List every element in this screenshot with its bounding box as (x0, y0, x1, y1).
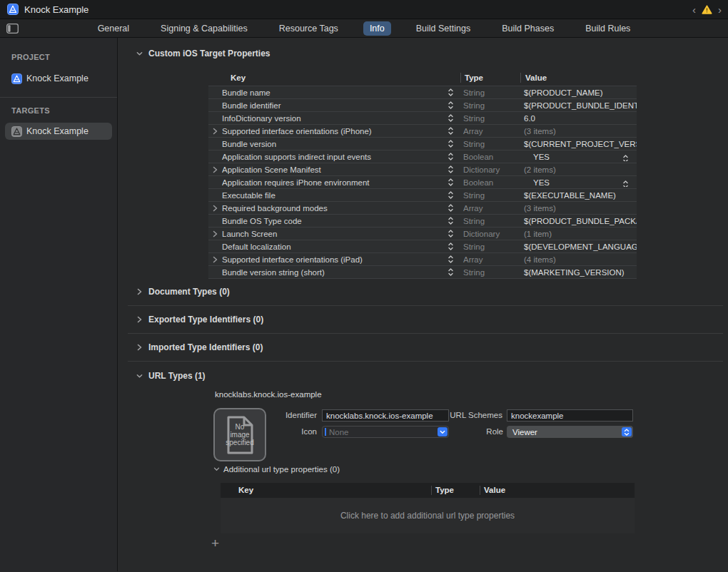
key-stepper-icon[interactable] (447, 178, 463, 187)
url-schemes-input[interactable] (507, 409, 633, 422)
disclosure-chevron-icon[interactable] (208, 128, 222, 135)
row-type[interactable]: Array (463, 255, 524, 264)
plist-row[interactable]: Application supports indirect input even… (208, 150, 637, 163)
plist-row[interactable]: Launch ScreenDictionary(1 item) (208, 227, 637, 240)
row-value[interactable]: (3 items) (524, 204, 637, 213)
row-type[interactable]: String (463, 268, 524, 277)
key-stepper-icon[interactable] (447, 101, 463, 110)
plist-row[interactable]: Bundle OS Type codeString$(PRODUCT_BUNDL… (208, 214, 637, 227)
row-type[interactable]: String (463, 217, 524, 225)
disclosure-chevron-icon[interactable] (208, 205, 222, 212)
tab-build-rules[interactable]: Build Rules (579, 21, 637, 36)
section-document-types-0[interactable]: Document Types (0) (136, 287, 230, 297)
value-stepper-icon[interactable] (622, 180, 629, 187)
chevron-right-icon[interactable] (136, 316, 143, 323)
key-stepper-icon[interactable] (447, 255, 463, 264)
row-type[interactable]: String (463, 114, 524, 123)
plist-row[interactable]: Executable fileString$(EXECUTABLE_NAME) (208, 188, 637, 201)
row-value[interactable]: $(PRODUCT_BUNDLE_IDENT (524, 101, 637, 110)
plist-row[interactable]: Bundle version string (short)String$(MAR… (208, 265, 637, 278)
key-stepper-icon[interactable] (447, 267, 463, 277)
plist-row[interactable]: Application requires iPhone environmentB… (208, 175, 637, 188)
key-stepper-icon[interactable] (447, 242, 463, 251)
add-url-type-button[interactable]: + (211, 536, 219, 550)
tab-general[interactable]: General (91, 21, 136, 36)
row-value[interactable]: (1 item) (524, 230, 637, 238)
section-imported-type-identifiers-0[interactable]: Imported Type Identifiers (0) (136, 342, 263, 352)
tab-info[interactable]: Info (363, 21, 391, 36)
nav-forward-icon[interactable]: › (717, 4, 722, 15)
combobox-dropdown-button[interactable] (438, 427, 448, 436)
key-stepper-icon[interactable] (447, 165, 463, 174)
plist-row[interactable]: Supported interface orientations (iPhone… (208, 124, 637, 137)
disclosure-chevron-icon[interactable] (208, 256, 222, 263)
warning-icon[interactable] (702, 5, 712, 14)
sidebar-item-project[interactable]: Knock Example (5, 70, 112, 87)
disclosure-chevron-icon[interactable] (208, 230, 222, 238)
key-stepper-icon[interactable] (447, 88, 463, 97)
row-value[interactable]: $(DEVELOPMENT_LANGUAGI (524, 242, 637, 251)
plist-row[interactable]: Application Scene ManifestDictionary(2 i… (208, 163, 637, 175)
key-stepper-icon[interactable] (447, 190, 463, 200)
chevron-right-icon[interactable] (136, 288, 143, 295)
row-type[interactable]: Boolean (463, 153, 524, 161)
row-value[interactable]: 6.0 (524, 114, 637, 123)
row-type[interactable]: Array (463, 204, 524, 213)
additional-table-empty-area[interactable]: Click here to add additional url type pr… (221, 498, 635, 533)
sidebar-item-target[interactable]: Knock Example (5, 123, 112, 140)
row-value[interactable]: YES (524, 178, 637, 187)
identifier-input[interactable] (322, 409, 449, 422)
key-stepper-icon[interactable] (447, 152, 463, 161)
icon-combobox[interactable]: None (322, 426, 449, 438)
row-value[interactable]: (4 items) (524, 255, 637, 264)
row-type[interactable]: String (463, 191, 524, 200)
key-stepper-icon[interactable] (447, 126, 463, 136)
nav-back-icon[interactable]: ‹ (692, 4, 697, 15)
row-value[interactable]: $(EXECUTABLE_NAME) (524, 191, 637, 200)
plist-row[interactable]: Bundle identifierString$(PRODUCT_BUNDLE_… (208, 98, 637, 111)
row-type[interactable]: Dictionary (463, 230, 524, 238)
row-value[interactable]: (2 items) (524, 165, 637, 174)
row-type[interactable]: String (463, 88, 524, 97)
row-value[interactable]: $(CURRENT_PROJECT_VERS (524, 140, 637, 148)
plist-row[interactable]: Supported interface orientations (iPad)A… (208, 252, 637, 265)
row-type[interactable]: String (463, 140, 524, 148)
row-type[interactable]: Boolean (463, 178, 524, 187)
row-type[interactable]: Dictionary (463, 165, 524, 174)
row-type[interactable]: String (463, 242, 524, 251)
url-type-image-well[interactable]: Noimagespecified (213, 408, 266, 461)
row-value[interactable]: YES (524, 153, 637, 161)
row-type[interactable]: Array (463, 127, 524, 136)
value-stepper-icon[interactable] (622, 154, 629, 161)
section-exported-type-identifiers-0[interactable]: Exported Type Identifiers (0) (136, 315, 263, 325)
row-value[interactable]: $(PRODUCT_BUNDLE_PACKA (524, 217, 637, 225)
plist-row[interactable]: InfoDictionary versionString6.0 (208, 111, 637, 124)
section-url-types[interactable]: URL Types (1) (136, 371, 206, 381)
chevron-down-icon[interactable] (136, 51, 143, 56)
plist-row[interactable]: Bundle nameString$(PRODUCT_NAME) (208, 86, 637, 98)
chevron-right-icon[interactable] (136, 344, 143, 351)
plist-row[interactable]: Required background modesArray(3 items) (208, 201, 637, 214)
tab-build-settings[interactable]: Build Settings (410, 21, 477, 36)
section-custom-ios-target-properties[interactable]: Custom iOS Target Properties (136, 48, 270, 58)
key-stepper-icon[interactable] (447, 139, 463, 148)
plist-row[interactable]: Default localizationString$(DEVELOPMENT_… (208, 240, 637, 252)
tab-signing-capabilities[interactable]: Signing & Capabilities (154, 21, 254, 36)
role-popup-button[interactable]: Viewer (507, 426, 633, 438)
row-value[interactable]: (3 items) (524, 127, 637, 136)
chevron-down-icon[interactable] (213, 467, 220, 471)
key-stepper-icon[interactable] (447, 203, 463, 213)
key-stepper-icon[interactable] (447, 216, 463, 225)
disclosure-chevron-icon[interactable] (208, 166, 222, 173)
tab-build-phases[interactable]: Build Phases (495, 21, 560, 36)
plist-row[interactable]: Bundle versionString$(CURRENT_PROJECT_VE… (208, 137, 637, 150)
row-value[interactable]: $(MARKETING_VERSION) (524, 268, 637, 277)
row-type[interactable]: String (463, 101, 524, 110)
chevron-down-icon[interactable] (136, 374, 143, 379)
add-properties-hint[interactable]: Click here to add additional url type pr… (340, 511, 515, 521)
popup-stepper-button[interactable] (622, 427, 632, 436)
tab-resource-tags[interactable]: Resource Tags (273, 21, 345, 36)
row-value[interactable]: $(PRODUCT_NAME) (524, 88, 637, 97)
key-stepper-icon[interactable] (447, 229, 463, 238)
sidebar-toggle-icon[interactable] (6, 24, 19, 36)
